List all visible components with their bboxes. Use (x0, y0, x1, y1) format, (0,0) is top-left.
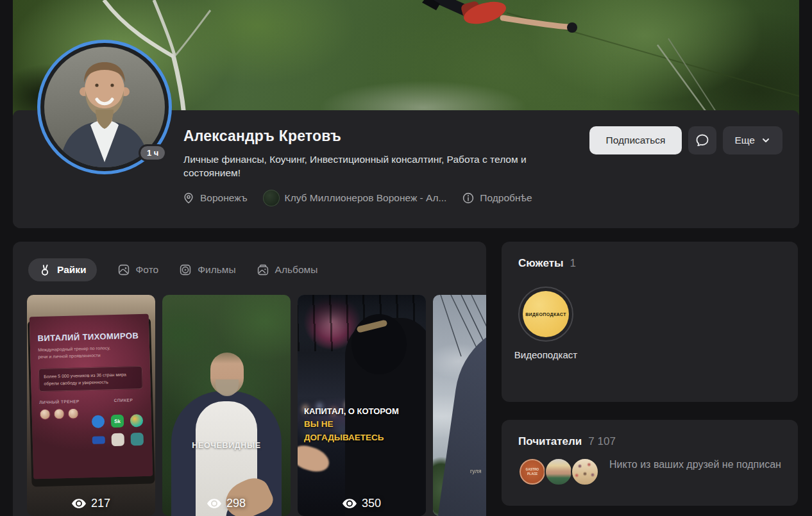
follower-avatar-woman (545, 458, 573, 486)
clip-card-2[interactable]: НЕОЧЕВИДНЫЕ 298 (162, 295, 291, 516)
story-item[interactable]: ВИДЕОПОДКАСТ Видеоподкаст (518, 287, 573, 362)
follower-avatar-cupcakes (571, 458, 599, 486)
story-time-badge: 1 ч (139, 144, 167, 162)
subscribe-button[interactable]: Подписаться (589, 126, 682, 154)
view-count: 350 (298, 497, 426, 510)
slide-left-heading: ЛИЧНЫЙ ТРЕНЕР (39, 399, 80, 405)
slide-right-heading: СПИКЕР (114, 397, 133, 403)
eye-icon (343, 499, 357, 508)
followers-card: Почитатели 7 107 GASTRO PLACE Никто из в… (502, 420, 798, 506)
clip-card-3[interactable]: КАПИТАЛ, О КОТОРОМ ВЫ НЕ ДОГАДЫВАЕТЕСЬ 3… (298, 295, 426, 516)
followers-count: 7 107 (588, 435, 616, 448)
tab-films[interactable]: Фильмы (179, 258, 235, 281)
clip3-caption: КАПИТАЛ, О КОТОРОМ ВЫ НЕ ДОГАДЫВАЕТЕСЬ (304, 405, 407, 445)
tab-raiki[interactable]: Райки (28, 258, 97, 281)
profile-description: Личные финансы, Коучинг, Инвестиционный … (183, 153, 555, 179)
profile-meta-row: Воронежъ Клуб Миллионеров Воронеж - Ал..… (182, 188, 532, 208)
clip-card-4[interactable]: гуля (433, 295, 486, 516)
story-label: Видеоподкаст (510, 348, 582, 362)
tab-label: Фильмы (198, 264, 235, 276)
location-pin-icon (182, 192, 195, 204)
tab-label: Альбомы (275, 264, 318, 276)
story-cover-text: ВИДЕОПОДКАСТ (525, 312, 566, 317)
slide-subtitle: Международный тренер по голосу, речи и л… (38, 345, 119, 361)
clip2-caption: НЕОЧЕВИДНЫЕ (162, 441, 291, 450)
location[interactable]: Воронежъ (182, 192, 248, 204)
chevron-down-icon (761, 135, 771, 146)
chat-bubble-icon (695, 133, 710, 148)
follower-avatars[interactable]: GASTRO PLACE (518, 458, 599, 486)
view-count: 298 (162, 497, 291, 510)
slide-quote-box: Более 5 000 учеников из 36 стран мира об… (38, 366, 143, 392)
avatar[interactable]: 1 ч (37, 40, 172, 174)
more-label: Еще (734, 135, 755, 146)
tab-label: Фото (136, 264, 159, 276)
profile-card: 1 ч Александръ Кретовъ Личные финансы, К… (13, 0, 799, 228)
profile-name: Александръ Кретовъ (183, 128, 341, 145)
group-label: Клуб Миллионеров Воронеж - Ал... (285, 192, 447, 204)
photo-icon (117, 263, 130, 276)
more-button[interactable]: Еще (723, 126, 782, 154)
eye-icon (207, 499, 221, 508)
profile-actions: Подписаться Еще (589, 126, 782, 154)
group-avatar (263, 190, 280, 206)
albums-icon (257, 263, 269, 276)
message-button[interactable] (688, 126, 716, 154)
details-label: Подробнѣе (480, 192, 532, 204)
story-cover: ВИДЕОПОДКАСТ (523, 291, 569, 337)
clips-row: ВИТАЛИЙ ТИХОМИРОВ Международный тренер п… (27, 295, 486, 516)
eye-icon (72, 499, 86, 508)
film-play-icon (179, 263, 192, 276)
slide-partner-logos: Sk (92, 414, 144, 447)
view-count (433, 501, 486, 510)
stories-title: Сюжеты (518, 257, 563, 270)
followers-empty-text: Никто из ваших друзей не подписан (609, 458, 784, 471)
peace-hand-icon (38, 263, 51, 276)
tab-label: Райки (57, 264, 87, 276)
clip-card-1[interactable]: ВИТАЛИЙ ТИХОМИРОВ Международный тренер п… (27, 295, 155, 516)
follower-avatar-gastro-place: GASTRO PLACE (518, 458, 546, 486)
followers-title: Почитатели (518, 435, 582, 448)
view-count: 217 (27, 497, 155, 510)
details-link[interactable]: Подробнѣе (462, 192, 532, 204)
group-link[interactable]: Клуб Миллионеров Воронеж - Ал... (263, 190, 447, 206)
clip1-slide: ВИТАЛИЙ ТИХОМИРОВ Международный тренер п… (30, 314, 153, 479)
clip4-caption: гуля (470, 468, 482, 474)
slide-title: ВИТАЛИЙ ТИХОМИРОВ (37, 331, 141, 343)
stories-count: 1 (570, 257, 575, 270)
content-tabs: Райки Фото Фильмы (28, 258, 486, 281)
info-icon (462, 192, 475, 204)
stories-card: Сюжеты 1 ВИДЕОПОДКАСТ Видеоподкаст (502, 242, 798, 402)
tab-photo[interactable]: Фото (117, 258, 159, 281)
content-card: Райки Фото Фильмы (13, 242, 486, 516)
tab-albums[interactable]: Альбомы (257, 258, 318, 281)
location-label: Воронежъ (200, 192, 248, 204)
